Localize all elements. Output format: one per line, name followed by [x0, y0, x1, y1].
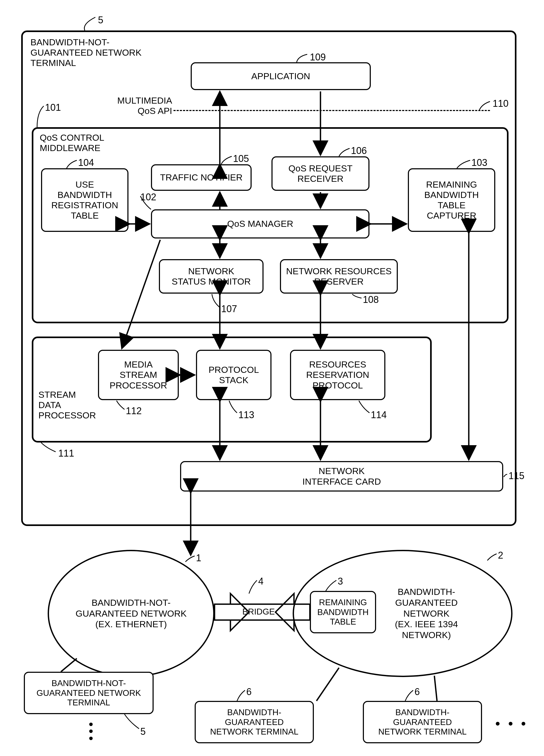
qos-manager-label: QoS MANAGER [227, 219, 293, 229]
resources-reservation-protocol-box: RESOURCES RESERVATION PROTOCOL [290, 350, 385, 400]
svg-line-18 [434, 676, 437, 701]
qos-request-receiver-label: QoS REQUEST RECEIVER [288, 163, 352, 184]
media-stream-processor-box: MEDIA STREAM PROCESSOR [98, 350, 179, 400]
use-bandwidth-box: USE BANDWIDTH REGISTRATION TABLE [41, 168, 129, 232]
resources-reservation-protocol-label: RESOURCES RESERVATION PROTOCOL [306, 359, 369, 390]
network-resources-reserver-box: NETWORK RESOURCES RESERVER [280, 259, 398, 294]
callout-107: 107 [221, 303, 237, 315]
svg-line-17 [316, 668, 339, 701]
bng-terminal-box: BANDWIDTH-NOT- GUARANTEED NETWORK TERMIN… [24, 672, 154, 714]
callout-4: 4 [258, 576, 264, 587]
stream-data-processor-label: STREAM DATA PROCESSOR [38, 390, 96, 421]
callout-106: 106 [351, 145, 367, 156]
api-label: MULTIMEDIA QoS API [93, 95, 172, 116]
qos-request-receiver-box: QoS REQUEST RECEIVER [272, 156, 369, 191]
media-stream-processor-label: MEDIA STREAM PROCESSOR [110, 359, 167, 390]
qos-manager-box: QoS MANAGER [151, 209, 369, 238]
application-box: APPLICATION [191, 62, 371, 90]
vertical-dots-icon: ••• [89, 721, 93, 742]
middleware-label: QoS CONTROL MIDDLEWARE [40, 132, 104, 153]
callout-3: 3 [338, 576, 343, 587]
callout-5b: 5 [140, 726, 146, 737]
network-resources-reserver-label: NETWORK RESOURCES RESERVER [286, 266, 392, 287]
bridge-label: BRIDGE [242, 607, 275, 617]
callout-115: 115 [508, 470, 524, 481]
callout-101: 101 [45, 102, 61, 113]
callout-102: 102 [140, 192, 156, 203]
callout-108: 108 [363, 294, 379, 305]
callout-6b: 6 [414, 686, 420, 697]
callout-104: 104 [78, 157, 94, 168]
use-bandwidth-label: USE BANDWIDTH REGISTRATION TABLE [51, 179, 118, 221]
bng-terminal-label: BANDWIDTH-NOT- GUARANTEED NETWORK TERMIN… [37, 678, 141, 708]
network-status-monitor-box: NETWORK STATUS MONITOR [159, 259, 264, 294]
bg-terminal-2-box: BANDWIDTH- GUARANTEED NETWORK TERMINAL [363, 701, 482, 743]
remaining-capturer-box: REMAINING BANDWIDTH TABLE CAPTURER [408, 168, 495, 232]
bg-terminal-1-label: BANDWIDTH- GUARANTEED NETWORK TERMINAL [210, 708, 298, 737]
nic-box: NETWORK INTERFACE CARD [180, 461, 503, 492]
remaining-bandwidth-table-box: REMAINING BANDWIDTH TABLE [310, 591, 376, 633]
callout-5: 5 [98, 15, 103, 26]
application-label: APPLICATION [251, 71, 310, 81]
callout-1: 1 [196, 552, 201, 564]
remaining-capturer-label: REMAINING BANDWIDTH TABLE CAPTURER [424, 179, 479, 221]
bg-network-label: BANDWIDTH- GUARANTEED NETWORK (EX. IEEE … [395, 586, 458, 640]
outer-terminal-label: BANDWIDTH-NOT- GUARANTEED NETWORK TERMIN… [30, 37, 142, 68]
bg-terminal-2-label: BANDWIDTH- GUARANTEED NETWORK TERMINAL [378, 708, 467, 737]
api-dashed-line [174, 110, 490, 111]
callout-112: 112 [126, 405, 142, 417]
traffic-notifier-box: TRAFFIC NOTIFIER [151, 164, 252, 191]
callout-111: 111 [58, 448, 74, 459]
callout-2: 2 [498, 550, 503, 561]
callout-109: 109 [310, 52, 326, 63]
bng-network-ellipse: BANDWIDTH-NOT- GUARANTEED NETWORK (EX. E… [48, 550, 215, 677]
callout-114: 114 [371, 409, 387, 421]
bng-network-label: BANDWIDTH-NOT- GUARANTEED NETWORK (EX. E… [76, 597, 187, 630]
horizontal-dots-icon: • • • [495, 715, 528, 731]
traffic-notifier-label: TRAFFIC NOTIFIER [160, 172, 243, 183]
bg-terminal-1-box: BANDWIDTH- GUARANTEED NETWORK TERMINAL [195, 701, 314, 743]
callout-110: 110 [493, 98, 508, 109]
svg-line-16 [61, 658, 77, 672]
network-status-monitor-label: NETWORK STATUS MONITOR [172, 266, 251, 287]
protocol-stack-label: PROTOCOL STACK [209, 365, 259, 385]
callout-103: 103 [471, 157, 487, 168]
remaining-bandwidth-table-label: REMAINING BANDWIDTH TABLE [317, 598, 369, 627]
callout-105: 105 [233, 153, 249, 164]
nic-label: NETWORK INTERFACE CARD [302, 466, 381, 487]
callout-113: 113 [239, 409, 254, 421]
protocol-stack-box: PROTOCOL STACK [196, 350, 272, 400]
callout-6a: 6 [246, 686, 252, 697]
